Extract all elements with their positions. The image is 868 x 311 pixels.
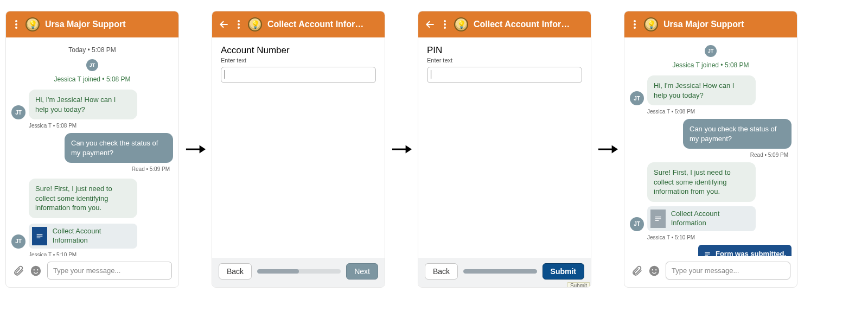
form-footer: Back Submit Submit [418, 258, 591, 287]
menu-dots-icon[interactable] [235, 20, 242, 29]
menu-dots-icon[interactable] [12, 20, 20, 29]
svg-point-5 [37, 269, 38, 270]
user-message: Can you check the status of my payment? [65, 133, 173, 163]
form-card-row: JT Collect Account Information [11, 224, 173, 249]
pin-input[interactable] [427, 67, 582, 83]
join-notice: Jessica T joined • 5:08 PM [630, 61, 792, 69]
field-hint: Enter text [427, 57, 582, 64]
progress-bar [463, 269, 537, 274]
message-input[interactable]: Type your message... [666, 262, 790, 280]
flow-arrow-icon [391, 143, 412, 155]
field-label: PIN [427, 45, 582, 56]
message-input[interactable]: Type your message... [47, 262, 172, 280]
menu-dots-icon[interactable] [631, 20, 639, 29]
next-button[interactable]: Next [346, 263, 378, 280]
brand-bulb-icon [644, 17, 658, 31]
header: Ursa Major Support [6, 11, 178, 37]
header: Collect Account Infor… [212, 11, 385, 37]
back-arrow-icon[interactable] [425, 19, 436, 30]
message-row: JT Hi, I'm Jessica! How can I help you t… [630, 75, 792, 105]
field-label: Account Number [221, 45, 376, 56]
chat-body: Today • 5:08 PM JT Jessica T joined • 5:… [6, 37, 178, 256]
form-card[interactable]: Collect Account Information [29, 224, 137, 249]
attach-icon[interactable] [631, 265, 643, 277]
agent-message: Hi, I'm Jessica! How can I help you toda… [29, 90, 137, 119]
progress-bar [257, 269, 341, 274]
chat-panel-1: Ursa Major Support Today • 5:08 PM JT Je… [5, 11, 179, 288]
submit-button[interactable]: Submit [542, 263, 584, 280]
field-hint: Enter text [221, 57, 376, 64]
svg-point-4 [34, 269, 35, 270]
flow-arrow-icon [597, 143, 618, 155]
emoji-icon[interactable] [30, 265, 42, 277]
user-message: Can you check the status of my payment? [683, 119, 792, 149]
avatar: JT [630, 217, 644, 231]
flow-arrow-icon [184, 143, 206, 155]
header-title: Collect Account Infor… [474, 20, 584, 29]
menu-dots-icon[interactable] [441, 20, 449, 29]
svg-point-20 [649, 265, 659, 275]
header: Ursa Major Support [624, 11, 797, 37]
svg-point-3 [31, 265, 41, 275]
join-notice: Jessica T joined • 5:08 PM [11, 75, 173, 83]
header-title: Ursa Major Support [663, 20, 790, 29]
message-meta: Read • 5:09 PM [630, 152, 788, 158]
emoji-icon[interactable] [648, 265, 660, 277]
back-arrow-icon[interactable] [219, 19, 229, 30]
form-submitted-row: Form was submitted. [630, 245, 792, 256]
form-panel-account: Collect Account Infor… Account Number En… [212, 11, 385, 288]
form-card-title: Collect Account Information [671, 210, 750, 228]
brand-bulb-icon [248, 17, 262, 31]
avatar: JT [11, 105, 25, 119]
avatar: JT [86, 59, 98, 71]
svg-marker-13 [612, 145, 618, 153]
avatar: JT [630, 91, 644, 105]
submit-tooltip: Submit [567, 282, 590, 288]
back-button[interactable]: Back [219, 263, 252, 280]
header-title: Collect Account Infor… [267, 20, 378, 29]
header-title: Ursa Major Support [45, 20, 172, 29]
svg-marker-7 [200, 145, 206, 153]
form-submitted-text: Form was submitted. [716, 249, 786, 256]
message-meta: Jessica T • 5:10 PM [29, 252, 173, 256]
message-row: Can you check the status of my payment? [630, 119, 792, 149]
message-row: JT Hi, I'm Jessica! How can I help you t… [11, 90, 173, 119]
agent-message: Sure! First, I just need to collect some… [647, 162, 756, 202]
attach-icon[interactable] [12, 265, 24, 277]
form-footer: Back Next [212, 258, 385, 287]
composer: Type your message... [624, 256, 797, 287]
brand-bulb-icon [454, 17, 468, 31]
message-row: Sure! First, I just need to collect some… [630, 162, 792, 202]
form-icon [32, 227, 47, 245]
svg-point-21 [652, 269, 653, 270]
message-row: Sure! First, I just need to collect some… [11, 179, 173, 218]
composer: Type your message... [6, 256, 178, 287]
avatar: JT [705, 45, 717, 57]
brand-bulb-icon [25, 17, 40, 31]
avatar: JT [11, 234, 25, 249]
chat-body: JT Jessica T joined • 5:08 PM JT Hi, I'm… [624, 37, 797, 256]
form-icon [650, 210, 666, 228]
header: Collect Account Infor… [418, 11, 591, 37]
svg-point-22 [655, 269, 656, 270]
form-card-row: JT Collect Account Information [630, 206, 792, 231]
form-body: PIN Enter text [418, 37, 591, 258]
chat-panel-2: Ursa Major Support JT Jessica T joined •… [624, 11, 797, 288]
agent-message: Sure! First, I just need to collect some… [29, 179, 137, 218]
svg-marker-10 [406, 145, 412, 153]
message-meta: Jessica T • 5:08 PM [29, 123, 173, 129]
date-separator: Today • 5:08 PM [11, 46, 173, 54]
form-card-title: Collect Account Information [53, 227, 132, 245]
form-panel-pin: Collect Account Infor… PIN Enter text Ba… [418, 11, 591, 288]
message-meta: Jessica T • 5:10 PM [647, 234, 792, 240]
agent-message: Hi, I'm Jessica! How can I help you toda… [647, 75, 756, 105]
form-body: Account Number Enter text [212, 37, 385, 258]
account-number-input[interactable] [221, 67, 376, 83]
back-button[interactable]: Back [425, 263, 458, 280]
form-card[interactable]: Collect Account Information [647, 206, 756, 231]
message-row: Can you check the status of my payment? [11, 133, 173, 163]
message-meta: Read • 5:09 PM [11, 166, 170, 172]
message-meta: Jessica T • 5:08 PM [647, 109, 792, 115]
form-submitted-badge: Form was submitted. [698, 245, 792, 256]
